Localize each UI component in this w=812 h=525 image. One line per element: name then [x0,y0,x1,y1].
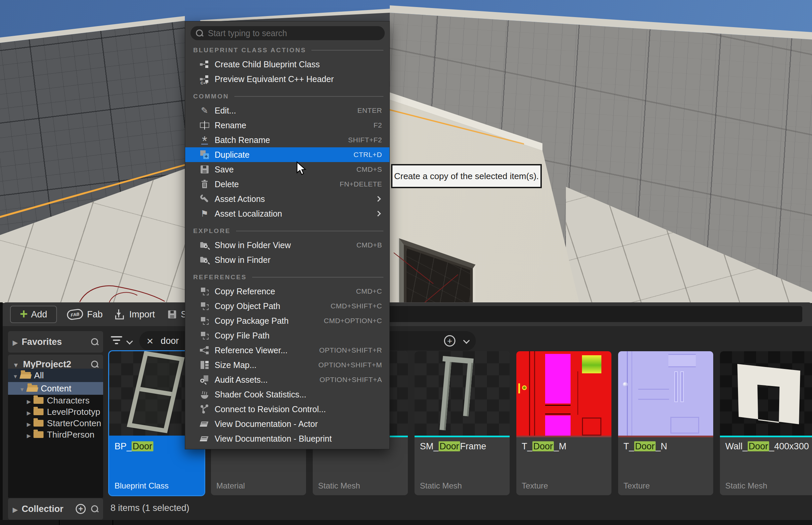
menu-section-header: COMMON [193,92,389,101]
node-graph-icon [200,346,209,355]
folder-tree: All Content Characters LevelPrototyp Sta [8,369,103,498]
folder-icon [33,420,44,426]
menu-item-copy-reference[interactable]: Copy Reference CMD+C [185,284,389,299]
add-collection-icon[interactable]: + [76,504,86,514]
tree-item-levelprototyping[interactable]: LevelPrototyp [8,406,103,418]
sidebar-collections[interactable]: Collectior + [8,498,103,520]
collections-label: Collectior [22,504,64,514]
menu-item-delete[interactable]: Delete FN+DELETE [185,177,389,192]
menu-item-rename[interactable]: Rename F2 [185,118,389,133]
asset-thumbnail [415,351,510,436]
asset-context-menu: Start typing to search BLUEPRINT CLASS A… [185,21,390,449]
menu-item-preview-cpp-header[interactable]: C++ Preview Equivalent C++ Header [185,72,389,86]
save-search-icon[interactable]: + [444,335,455,347]
menu-item-duplicate[interactable]: Duplicate CTRL+D [185,147,389,162]
asset-type-label: Texture [522,481,548,491]
menu-item-save[interactable]: Save CMD+S [185,162,389,177]
import-button-label: Import [129,310,155,320]
menu-item-shortcut: CMD+SHIFT+C [330,302,382,310]
menu-item-size-map[interactable]: Size Map... OPTION+SHIFT+M [185,358,389,372]
menu-item-shortcut: CMD+S [356,165,382,174]
menu-item-reference-viewer[interactable]: Reference Viewer... OPTION+SHIFT+R [185,343,389,358]
expand-arrow-icon[interactable] [27,418,31,429]
tree-item-label: ThirdPerson [47,430,94,440]
collapse-arrow-icon[interactable] [13,359,19,370]
asset-type-label: Static Mesh [318,481,360,491]
filter-icon[interactable] [110,336,123,346]
menu-item-label: Copy Reference [215,287,275,296]
asset-thumbnail [720,351,812,436]
menu-item-copy-package-path[interactable]: Copy Package Path CMD+OPTION+C [185,313,389,328]
search-icon[interactable] [91,338,99,346]
fab-button[interactable]: FAB Fab [67,306,103,323]
menu-section-header: BLUEPRINT CLASS ACTIONS [193,46,389,54]
tree-item-characters[interactable]: Characters [8,395,103,406]
asset-tile-sm-doorframe[interactable]: SM_DoorFrame Static Mesh [415,351,510,495]
menu-item-audit-assets[interactable]: Audit Assets... OPTION+SHIFT+A [185,372,389,387]
menu-item-edit[interactable]: ✎ Edit... ENTER [185,103,389,118]
menu-item-asset-localization[interactable]: ⚑ Asset Localization [185,206,389,221]
sidebar-favorites[interactable]: Favorites [8,331,103,352]
menu-item-view-documentation-actor[interactable]: View Documentation - Actor [185,417,389,431]
asset-tile-footer: T_Door_M Texture [516,437,612,495]
clear-search-icon[interactable]: × [147,335,153,347]
save-icon [200,165,209,174]
add-button-label: Add [31,310,47,320]
menu-item-shader-cook-statistics[interactable]: Shader Cook Statistics... [185,387,389,402]
menu-item-shortcut: FN+DELETE [340,180,382,188]
tree-item-thirdperson[interactable]: ThirdPerson [8,429,103,440]
expand-arrow-icon[interactable] [13,337,18,347]
import-button[interactable]: Import [115,306,155,323]
menu-item-show-in-folder-view[interactable]: Show in Folder View CMD+B [185,238,389,253]
mouse-cursor [296,161,308,176]
menu-item-label: Delete [215,179,239,189]
add-button[interactable]: + Add [10,306,57,323]
menu-item-asset-actions[interactable]: Asset Actions [185,192,389,206]
chevron-down-icon[interactable] [126,338,133,345]
search-icon [196,29,203,37]
menu-item-connect-revision-control[interactable]: Connect to Revision Control... [185,402,389,417]
asterisk-icon: * [200,135,209,145]
asset-tile-t-door-m[interactable]: T_Door_M Texture [516,351,612,495]
search-icon[interactable] [91,361,99,368]
expand-arrow-icon[interactable] [27,430,31,440]
search-value: door [161,336,179,346]
menu-item-show-in-finder[interactable]: Show in Finder [185,253,389,267]
asset-thumbnail [618,351,713,436]
tree-item-content[interactable]: Content [8,382,103,395]
trash-icon [200,179,209,189]
asset-tile-wall-door[interactable]: Wall_Door_400x300 Static Mesh [720,351,812,495]
folder-icon [33,431,44,438]
search-icon[interactable] [91,505,99,513]
expand-arrow-icon[interactable] [27,395,31,406]
window-bottom-strip [0,520,812,525]
tree-item-all[interactable]: All [8,369,103,382]
menu-item-label: Save [215,165,234,175]
menu-item-shortcut: OPTION+SHIFT+R [319,346,382,354]
menu-item-batch-rename[interactable]: * Batch Rename SHIFT+F2 [185,133,389,147]
asset-tile-t-door-n[interactable]: T_Door_N Texture [618,351,713,495]
menu-search-input[interactable]: Start typing to search [191,26,385,40]
menu-item-create-child-blueprint[interactable]: Create Child Blueprint Class [185,57,389,72]
menu-item-label: Copy Object Path [215,301,280,311]
menu-item-label: View Documentation - Blueprint [215,434,332,444]
collapse-arrow-icon[interactable] [13,370,18,381]
menu-item-label: Show in Folder View [215,240,291,250]
collapse-arrow-icon[interactable] [19,384,25,394]
menu-item-copy-file-path[interactable]: Copy File Path [185,328,389,343]
menu-item-shortcut: OPTION+SHIFT+M [318,361,382,369]
expand-arrow-icon[interactable] [13,504,18,514]
save-icon [167,310,177,319]
tree-item-startercontent[interactable]: StarterConten [8,418,103,429]
menu-item-view-documentation-blueprint[interactable]: View Documentation - Blueprint [185,431,389,446]
tree-item-label: LevelPrototyp [47,407,100,417]
expand-arrow-icon[interactable] [27,407,31,417]
submenu-arrow-icon [375,211,381,216]
folder-search-icon [200,240,209,250]
tree-item-label: All [34,370,44,381]
asset-name: SM_DoorFrame [420,441,486,452]
menu-item-copy-object-path[interactable]: Copy Object Path CMD+SHIFT+C [185,299,389,313]
viewport-3d[interactable] [0,0,812,303]
pencil-icon: ✎ [200,106,209,115]
menu-item-label: Asset Actions [215,194,265,204]
